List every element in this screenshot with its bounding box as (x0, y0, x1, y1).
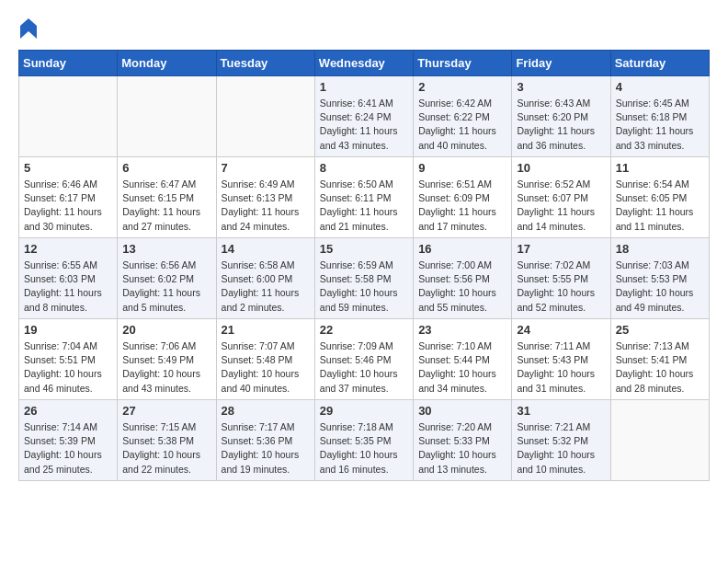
day-number: 4 (616, 80, 704, 94)
day-info: Sunrise: 7:17 AM Sunset: 5:36 PM Dayligh… (222, 420, 310, 477)
day-info: Sunrise: 6:45 AM Sunset: 6:18 PM Dayligh… (616, 97, 704, 153)
calendar-cell: 12Sunrise: 6:55 AM Sunset: 6:03 PM Dayli… (19, 238, 118, 319)
calendar-cell: 26Sunrise: 7:14 AM Sunset: 5:39 PM Dayli… (19, 400, 118, 481)
day-number: 31 (517, 404, 605, 418)
day-info: Sunrise: 6:51 AM Sunset: 6:09 PM Dayligh… (418, 178, 506, 234)
day-info: Sunrise: 7:04 AM Sunset: 5:51 PM Dayligh… (24, 339, 112, 396)
day-info: Sunrise: 6:55 AM Sunset: 6:03 PM Dayligh… (24, 259, 112, 315)
calendar-cell (19, 76, 118, 157)
day-info: Sunrise: 7:18 AM Sunset: 5:35 PM Dayligh… (320, 420, 408, 477)
day-number: 8 (320, 161, 408, 175)
day-info: Sunrise: 7:20 AM Sunset: 5:33 PM Dayligh… (418, 420, 506, 477)
day-number: 2 (418, 80, 506, 94)
calendar-cell: 16Sunrise: 7:00 AM Sunset: 5:56 PM Dayli… (414, 238, 512, 319)
calendar-cell: 23Sunrise: 7:10 AM Sunset: 5:44 PM Dayli… (414, 319, 512, 400)
page-header (18, 18, 710, 35)
calendar-cell: 8Sunrise: 6:50 AM Sunset: 6:11 PM Daylig… (314, 157, 413, 238)
calendar-cell: 28Sunrise: 7:17 AM Sunset: 5:36 PM Dayli… (216, 400, 314, 481)
day-info: Sunrise: 7:15 AM Sunset: 5:38 PM Dayligh… (122, 420, 210, 477)
calendar-cell: 11Sunrise: 6:54 AM Sunset: 6:05 PM Dayli… (610, 157, 709, 238)
weekday-header-wednesday: Wednesday (314, 51, 413, 76)
day-number: 16 (418, 242, 506, 256)
day-info: Sunrise: 6:50 AM Sunset: 6:11 PM Dayligh… (320, 178, 408, 234)
day-number: 3 (517, 80, 605, 94)
day-number: 23 (418, 323, 506, 337)
calendar-cell: 1Sunrise: 6:41 AM Sunset: 6:24 PM Daylig… (314, 76, 413, 157)
day-info: Sunrise: 7:09 AM Sunset: 5:46 PM Dayligh… (320, 339, 408, 396)
calendar-table: SundayMondayTuesdayWednesdayThursdayFrid… (18, 50, 710, 481)
day-number: 21 (222, 323, 310, 337)
calendar-cell: 19Sunrise: 7:04 AM Sunset: 5:51 PM Dayli… (19, 319, 118, 400)
day-number: 6 (122, 161, 210, 175)
logo-icon (20, 18, 37, 39)
calendar-cell: 2Sunrise: 6:42 AM Sunset: 6:22 PM Daylig… (414, 76, 512, 157)
day-info: Sunrise: 6:46 AM Sunset: 6:17 PM Dayligh… (24, 178, 112, 234)
calendar-cell: 9Sunrise: 6:51 AM Sunset: 6:09 PM Daylig… (414, 157, 512, 238)
day-number: 26 (24, 404, 112, 418)
day-info: Sunrise: 7:10 AM Sunset: 5:44 PM Dayligh… (418, 339, 506, 396)
day-number: 27 (122, 404, 210, 418)
day-number: 11 (616, 161, 704, 175)
day-number: 13 (122, 242, 210, 256)
calendar-cell (216, 76, 314, 157)
day-info: Sunrise: 6:52 AM Sunset: 6:07 PM Dayligh… (517, 178, 605, 234)
day-number: 30 (418, 404, 506, 418)
day-number: 17 (517, 242, 605, 256)
calendar-cell: 18Sunrise: 7:03 AM Sunset: 5:53 PM Dayli… (610, 238, 709, 319)
day-info: Sunrise: 7:14 AM Sunset: 5:39 PM Dayligh… (24, 420, 112, 477)
day-number: 18 (616, 242, 704, 256)
calendar-cell: 14Sunrise: 6:58 AM Sunset: 6:00 PM Dayli… (216, 238, 314, 319)
day-number: 19 (24, 323, 112, 337)
calendar-cell: 29Sunrise: 7:18 AM Sunset: 5:35 PM Dayli… (314, 400, 413, 481)
calendar-cell: 22Sunrise: 7:09 AM Sunset: 5:46 PM Dayli… (314, 319, 413, 400)
day-number: 29 (320, 404, 408, 418)
day-info: Sunrise: 6:42 AM Sunset: 6:22 PM Dayligh… (418, 97, 506, 153)
day-info: Sunrise: 7:11 AM Sunset: 5:43 PM Dayligh… (517, 339, 605, 396)
calendar-cell: 20Sunrise: 7:06 AM Sunset: 5:49 PM Dayli… (118, 319, 216, 400)
calendar-cell (610, 400, 709, 481)
day-info: Sunrise: 6:58 AM Sunset: 6:00 PM Dayligh… (222, 259, 310, 315)
day-info: Sunrise: 6:47 AM Sunset: 6:15 PM Dayligh… (122, 178, 210, 234)
weekday-header-monday: Monday (118, 51, 216, 76)
calendar-cell: 6Sunrise: 6:47 AM Sunset: 6:15 PM Daylig… (118, 157, 216, 238)
weekday-header-saturday: Saturday (610, 51, 709, 76)
calendar-cell: 17Sunrise: 7:02 AM Sunset: 5:55 PM Dayli… (512, 238, 610, 319)
calendar-cell: 4Sunrise: 6:45 AM Sunset: 6:18 PM Daylig… (610, 76, 709, 157)
calendar-week-row: 12Sunrise: 6:55 AM Sunset: 6:03 PM Dayli… (19, 238, 710, 319)
day-info: Sunrise: 7:00 AM Sunset: 5:56 PM Dayligh… (418, 259, 506, 315)
day-number: 7 (222, 161, 310, 175)
day-number: 25 (616, 323, 704, 337)
weekday-header-tuesday: Tuesday (216, 51, 314, 76)
calendar-cell: 10Sunrise: 6:52 AM Sunset: 6:07 PM Dayli… (512, 157, 610, 238)
calendar-header-row: SundayMondayTuesdayWednesdayThursdayFrid… (19, 51, 710, 76)
calendar-cell: 21Sunrise: 7:07 AM Sunset: 5:48 PM Dayli… (216, 319, 314, 400)
weekday-header-thursday: Thursday (414, 51, 512, 76)
day-number: 12 (24, 242, 112, 256)
day-number: 24 (517, 323, 605, 337)
day-info: Sunrise: 7:06 AM Sunset: 5:49 PM Dayligh… (122, 339, 210, 396)
calendar-week-row: 1Sunrise: 6:41 AM Sunset: 6:24 PM Daylig… (19, 76, 710, 157)
calendar-cell: 27Sunrise: 7:15 AM Sunset: 5:38 PM Dayli… (118, 400, 216, 481)
day-number: 10 (517, 161, 605, 175)
day-info: Sunrise: 6:41 AM Sunset: 6:24 PM Dayligh… (320, 97, 408, 153)
day-info: Sunrise: 7:02 AM Sunset: 5:55 PM Dayligh… (517, 259, 605, 315)
calendar-cell: 5Sunrise: 6:46 AM Sunset: 6:17 PM Daylig… (19, 157, 118, 238)
day-info: Sunrise: 7:21 AM Sunset: 5:32 PM Dayligh… (517, 420, 605, 477)
day-number: 20 (122, 323, 210, 337)
day-number: 5 (24, 161, 112, 175)
weekday-header-sunday: Sunday (19, 51, 118, 76)
weekday-header-friday: Friday (512, 51, 610, 76)
day-number: 14 (222, 242, 310, 256)
calendar-cell: 7Sunrise: 6:49 AM Sunset: 6:13 PM Daylig… (216, 157, 314, 238)
calendar-week-row: 26Sunrise: 7:14 AM Sunset: 5:39 PM Dayli… (19, 400, 710, 481)
day-info: Sunrise: 6:54 AM Sunset: 6:05 PM Dayligh… (616, 178, 704, 234)
calendar-cell: 31Sunrise: 7:21 AM Sunset: 5:32 PM Dayli… (512, 400, 610, 481)
day-info: Sunrise: 7:03 AM Sunset: 5:53 PM Dayligh… (616, 259, 704, 315)
day-info: Sunrise: 7:13 AM Sunset: 5:41 PM Dayligh… (616, 339, 704, 396)
day-info: Sunrise: 7:07 AM Sunset: 5:48 PM Dayligh… (222, 339, 310, 396)
calendar-cell (118, 76, 216, 157)
calendar-cell: 15Sunrise: 6:59 AM Sunset: 5:58 PM Dayli… (314, 238, 413, 319)
calendar-week-row: 5Sunrise: 6:46 AM Sunset: 6:17 PM Daylig… (19, 157, 710, 238)
day-number: 15 (320, 242, 408, 256)
day-info: Sunrise: 6:43 AM Sunset: 6:20 PM Dayligh… (517, 97, 605, 153)
